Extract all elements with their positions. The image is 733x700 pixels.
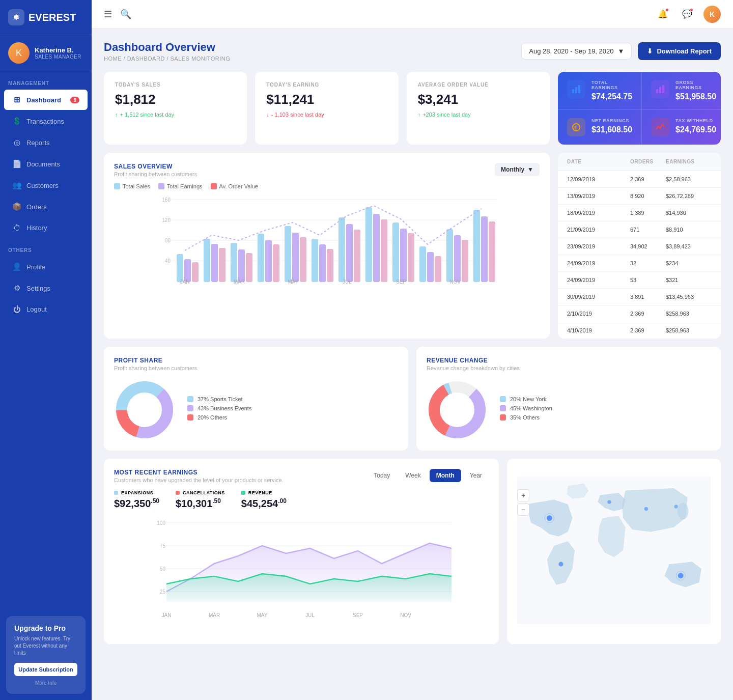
revenue-metric: REVENUE $45,254.00 (241, 490, 287, 510)
profit-legend: 37% Sports Ticket 43% Business Events 20… (187, 396, 251, 424)
zoom-in-button[interactable]: + (517, 489, 529, 501)
svg-text:JUL: JUL (343, 279, 352, 285)
table-row: 18/09/20191,389$14,930 (558, 205, 721, 221)
revenue-dot (241, 491, 245, 495)
expansions-value: $92,350.50 (114, 497, 159, 510)
sidebar-item-reports[interactable]: ◎ Reports (4, 132, 88, 153)
stats-row: TODAY'S SALES $1,812 ↑ + 1,512 since las… (104, 72, 721, 145)
arrow-up-icon-2: ↑ (418, 111, 421, 118)
user-profile[interactable]: K Katherine B. Sales Manager (0, 35, 92, 71)
sidebar-item-dashboard[interactable]: ⊞ Dashboard 6 (4, 90, 88, 110)
svg-rect-46 (446, 229, 453, 282)
legend-newyork (500, 396, 506, 402)
svg-text:25: 25 (160, 589, 166, 595)
recent-earnings-card: MOST RECENT EARNINGS Customers who have … (104, 459, 499, 644)
tab-today[interactable]: Today (367, 469, 397, 482)
tab-week[interactable]: Week (399, 469, 427, 482)
col-earnings: EARNINGS (666, 159, 712, 164)
profit-title: PROFIT SHARE (114, 357, 398, 364)
arrow-up-icon: ↑ (115, 111, 118, 118)
monthly-label: Monthly (501, 166, 524, 173)
sidebar-item-label: Customers (26, 182, 59, 189)
sidebar-item-label: Profile (26, 263, 45, 271)
app-name: EVEREST (29, 12, 76, 23)
sidebar-item-orders[interactable]: 📦 Orders (4, 197, 88, 217)
orders-icon: 📦 (12, 202, 21, 211)
date-range-picker[interactable]: Aug 28, 2020 - Sep 19, 2020 ▼ (521, 43, 632, 60)
documents-icon: 📄 (12, 159, 21, 169)
table-row: 12/09/20192,369$2,58,963 (558, 171, 721, 188)
total-earnings-icon (567, 80, 585, 98)
stat-value-1: $11,241 (266, 92, 387, 107)
legend-dot-earnings (158, 183, 164, 189)
sidebar-item-label: History (26, 224, 47, 232)
download-report-button[interactable]: ⬇ Download Report (638, 42, 721, 60)
table-row: 2/10/20192,369$258,963 (558, 305, 721, 322)
legend-label-sales: Total Sales (123, 183, 150, 189)
svg-rect-32 (319, 244, 326, 282)
legend-sports (187, 396, 193, 402)
svg-text:MAR: MAR (209, 612, 220, 618)
svg-point-83 (678, 503, 689, 520)
svg-rect-22 (231, 243, 237, 282)
revenue-label: REVENUE (248, 490, 272, 495)
customers-icon: 👥 (12, 181, 21, 190)
svg-rect-49 (473, 210, 480, 282)
svg-rect-23 (238, 249, 245, 282)
middle-row: SALES OVERVIEW Profit sharing between cu… (104, 153, 721, 339)
zoom-out-button[interactable]: − (517, 503, 529, 516)
update-subscription-button[interactable]: Update Subscription (14, 663, 77, 676)
revenue-legend: 20% New York 45% Washington 35% Others (500, 396, 552, 424)
settings-icon: ⚙ (12, 284, 21, 293)
sidebar-item-label: Reports (26, 139, 50, 147)
recent-earnings-chart: 100 75 50 25 (129, 518, 489, 630)
net-earnings-item: $ NET EARNINGS $31,608.50 (558, 110, 641, 145)
sidebar-item-logout[interactable]: ⏻ Logout (4, 299, 88, 319)
sidebar-item-settings[interactable]: ⚙ Settings (4, 278, 88, 298)
earnings-card: TOTAL EARNINGS $74,254.75 GROSS EARNINGS… (558, 72, 721, 145)
revenue-title: REVENUE CHANGE (427, 357, 711, 364)
user-name: Katherine B. (35, 46, 81, 54)
page-title: Dashboard Overview (104, 41, 521, 54)
svg-text:JAN: JAN (162, 612, 172, 618)
legend-others-rev (500, 414, 506, 421)
svg-rect-45 (435, 256, 441, 282)
top-navbar: ☰ 🔍 🔔 💬 K (92, 0, 733, 29)
search-icon[interactable]: 🔍 (120, 9, 131, 20)
svg-rect-37 (365, 207, 372, 282)
app-logo[interactable]: ❄ EVEREST (0, 0, 92, 35)
stat-card-1: TODAY'S EARNING $11,241 ↓ - 1,103 since … (255, 72, 398, 145)
net-earnings-icon: $ (567, 118, 585, 136)
svg-text:SEP: SEP (353, 612, 363, 618)
gross-earnings-icon (651, 80, 669, 98)
stat-value-2: $3,241 (418, 92, 539, 107)
notifications-button[interactable]: 🔔 (655, 6, 671, 22)
menu-icon[interactable]: ☰ (104, 9, 112, 20)
svg-rect-40 (392, 222, 399, 282)
earnings-metrics: EXPANSIONS $92,350.50 CANCELLATIONS $10,… (114, 490, 489, 510)
expansions-label: EXPANSIONS (121, 490, 153, 495)
svg-text:$: $ (574, 125, 577, 130)
sidebar-item-history[interactable]: ⏱ History (4, 218, 88, 238)
more-info-link[interactable]: More Info (14, 680, 77, 686)
sidebar-item-profile[interactable]: 👤 Profile (4, 257, 88, 277)
svg-point-87 (644, 507, 648, 511)
logout-icon: ⏻ (12, 305, 21, 314)
tab-year[interactable]: Year (463, 469, 489, 482)
sidebar-item-customers[interactable]: 👥 Customers (4, 175, 88, 195)
revenue-change-card: REVENUE CHANGE Revenue change breakdown … (416, 347, 721, 451)
monthly-select-button[interactable]: Monthly ▼ (495, 163, 540, 176)
svg-rect-19 (204, 239, 210, 282)
sidebar-item-transactions[interactable]: 💲 Transactions (4, 111, 88, 131)
legend-label-order: Av. Order Value (219, 183, 258, 189)
table-row: 30/09/20193,891$13,45,963 (558, 289, 721, 305)
table-row: 24/09/201932$234 (558, 255, 721, 272)
sidebar-item-documents[interactable]: 📄 Documents (4, 154, 88, 174)
total-earnings-item: TOTAL EARNINGS $74,254.75 (558, 72, 641, 110)
svg-rect-41 (400, 229, 407, 282)
svg-rect-3 (656, 89, 658, 93)
user-avatar[interactable]: K (703, 6, 721, 23)
tab-month[interactable]: Month (430, 469, 461, 482)
dashboard-icon: ⊞ (12, 95, 21, 104)
messages-button[interactable]: 💬 (679, 6, 695, 22)
